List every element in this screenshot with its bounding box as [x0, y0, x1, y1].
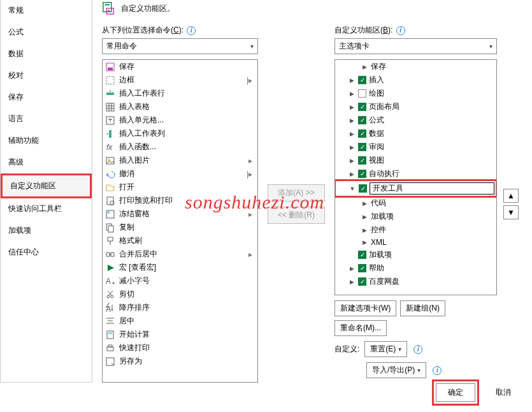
- expand-icon[interactable]: ▶: [348, 265, 356, 272]
- expand-icon[interactable]: ▶: [348, 278, 356, 286]
- tree-item[interactable]: ▶XML: [335, 237, 496, 248]
- command-item[interactable]: ZA降序排序: [103, 301, 257, 314]
- sidebar-item[interactable]: 公式: [1, 22, 92, 43]
- info-icon[interactable]: i: [187, 26, 196, 35]
- tree-item[interactable]: ▶✓公式: [335, 114, 496, 127]
- info-icon[interactable]: i: [413, 345, 422, 354]
- tree-item[interactable]: ▶✓百度网盘: [335, 275, 496, 288]
- command-item[interactable]: fx插入函数...: [103, 140, 257, 154]
- command-item[interactable]: 冻结窗格▸: [103, 207, 257, 221]
- expand-icon[interactable]: ▶: [348, 103, 356, 111]
- command-item[interactable]: 另存为: [103, 355, 257, 368]
- commands-listbox[interactable]: 保存边框|▸插入工作表行插入表格+插入单元格...插入工作表列fx插入函数...…: [102, 59, 258, 383]
- sidebar-item[interactable]: 数据: [1, 43, 92, 65]
- checkbox[interactable]: ✓: [358, 156, 366, 165]
- checkbox[interactable]: [358, 89, 366, 98]
- tree-item[interactable]: ▶✓页面布局: [335, 100, 496, 114]
- tree-item[interactable]: ▶控件: [335, 223, 496, 237]
- checkbox[interactable]: ✓: [358, 103, 366, 111]
- expand-icon[interactable]: ▶: [348, 77, 356, 84]
- cancel-button[interactable]: 取消: [484, 384, 522, 401]
- info-icon[interactable]: i: [396, 26, 405, 35]
- tree-item[interactable]: ✓加载项: [335, 248, 496, 261]
- tree-item[interactable]: ▶✓插入: [335, 73, 496, 87]
- expand-icon[interactable]: ▶: [348, 90, 356, 98]
- sidebar-item[interactable]: 自定义功能区: [1, 173, 92, 198]
- tree-item[interactable]: ▶绘图: [335, 87, 496, 100]
- command-item[interactable]: 撤消|▸: [103, 167, 257, 180]
- sidebar-item[interactable]: 校对: [1, 65, 92, 87]
- sidebar-item[interactable]: 辅助功能: [1, 130, 92, 152]
- sidebar-item[interactable]: 常规: [1, 0, 92, 22]
- new-tab-button[interactable]: 新建选项卡(W): [334, 300, 396, 316]
- command-item[interactable]: 插入图片▸: [103, 154, 257, 167]
- sidebar-item[interactable]: 高级: [1, 152, 92, 173]
- saveas-icon: [105, 357, 115, 367]
- new-group-button[interactable]: 新建组(N): [400, 300, 445, 316]
- checkbox[interactable]: ✓: [358, 76, 366, 84]
- sidebar-item[interactable]: 保存: [1, 87, 92, 108]
- command-item[interactable]: 打开: [103, 180, 257, 194]
- tree-item[interactable]: ▶✓视图: [335, 154, 496, 167]
- expand-icon[interactable]: [348, 251, 356, 259]
- reset-dropdown[interactable]: 重置(E)▾: [364, 341, 407, 357]
- info-icon[interactable]: i: [433, 366, 442, 375]
- expand-icon[interactable]: ▶: [348, 130, 356, 138]
- command-item[interactable]: 格式刷: [103, 234, 257, 247]
- command-item[interactable]: 宏 [查看宏]: [103, 261, 257, 274]
- tree-item[interactable]: ▼✓开发工具: [336, 181, 496, 196]
- import-export-dropdown[interactable]: 导入/导出(P)▾: [366, 362, 426, 378]
- expand-icon[interactable]: ▶: [361, 213, 368, 221]
- checkbox[interactable]: ✓: [358, 116, 366, 124]
- checkbox[interactable]: ✓: [358, 129, 366, 138]
- command-item[interactable]: +插入单元格...: [103, 114, 257, 127]
- command-item[interactable]: 打印预览和打印: [103, 194, 257, 207]
- sidebar-item[interactable]: 信任中心: [1, 242, 92, 263]
- move-down-button[interactable]: ▼: [503, 205, 519, 219]
- sidebar-item[interactable]: 语言: [1, 108, 92, 130]
- tree-item[interactable]: ▶加载项: [335, 210, 496, 223]
- ok-button[interactable]: 确定: [436, 383, 475, 402]
- tree-item[interactable]: ▶代码: [335, 196, 496, 210]
- tree-item[interactable]: ▶✓数据: [335, 127, 496, 140]
- checkbox[interactable]: ✓: [358, 143, 366, 151]
- command-item[interactable]: 合并后居中▸: [103, 247, 257, 261]
- expand-icon[interactable]: ▶: [361, 63, 368, 71]
- checkbox[interactable]: ✓: [359, 184, 367, 193]
- expand-icon[interactable]: ▶: [348, 117, 356, 124]
- command-item[interactable]: A减小字号: [103, 274, 257, 288]
- command-item[interactable]: 复制: [103, 221, 257, 234]
- expand-icon[interactable]: ▶: [348, 170, 356, 178]
- move-up-button[interactable]: ▲: [503, 189, 519, 203]
- command-item[interactable]: 插入表格: [103, 100, 257, 114]
- expand-icon[interactable]: ▶: [361, 239, 368, 246]
- command-item[interactable]: 开始计算: [103, 328, 257, 341]
- tree-item[interactable]: ▶✓审阅: [335, 140, 496, 154]
- command-item[interactable]: 边框|▸: [103, 73, 257, 87]
- ribbon-dropdown[interactable]: 主选项卡▾: [334, 38, 497, 54]
- rename-button[interactable]: 重命名(M)...: [334, 320, 387, 336]
- command-item[interactable]: 插入工作表行: [103, 87, 257, 100]
- expand-icon[interactable]: ▼: [349, 185, 356, 193]
- sidebar-item[interactable]: 快速访问工具栏: [1, 198, 92, 220]
- tree-item[interactable]: ▶✓帮助: [335, 261, 496, 275]
- sidebar-item[interactable]: 加载项: [1, 220, 92, 242]
- command-item[interactable]: 保存: [103, 60, 257, 73]
- add-button: 添加(A) >>: [268, 184, 325, 202]
- checkbox[interactable]: ✓: [358, 264, 366, 272]
- expand-icon[interactable]: ▶: [348, 143, 356, 151]
- checkbox[interactable]: ✓: [358, 170, 366, 178]
- command-item[interactable]: 居中: [103, 314, 257, 328]
- expand-icon[interactable]: ▶: [361, 200, 368, 207]
- commands-dropdown[interactable]: 常用命令▾: [102, 38, 258, 54]
- command-item[interactable]: 插入工作表列: [103, 127, 257, 140]
- command-item[interactable]: 剪切: [103, 288, 257, 301]
- checkbox[interactable]: ✓: [358, 251, 366, 259]
- checkbox[interactable]: ✓: [358, 277, 366, 286]
- tree-item[interactable]: ▶✓自动执行: [335, 167, 496, 180]
- expand-icon[interactable]: ▶: [348, 157, 356, 165]
- command-item[interactable]: 快速打印: [103, 341, 257, 355]
- ribbon-tree[interactable]: ▶保存▶✓插入▶绘图▶✓页面布局▶✓公式▶✓数据▶✓审阅▶✓视图▶✓自动执行▼✓…: [334, 59, 497, 295]
- expand-icon[interactable]: ▶: [361, 226, 368, 234]
- tree-item[interactable]: ▶保存: [335, 60, 496, 73]
